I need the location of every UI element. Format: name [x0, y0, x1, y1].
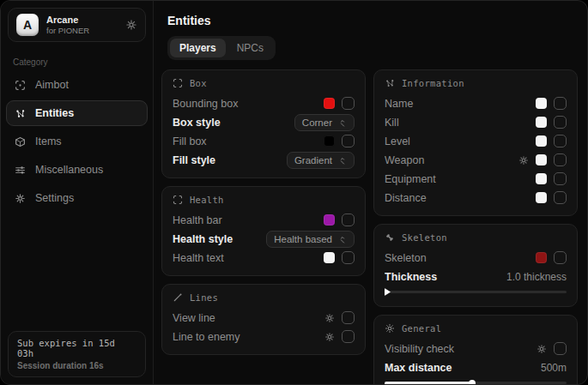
subscription-card: Sub expires in 15d 03h Session duration …: [8, 331, 146, 377]
equipment-color-swatch[interactable]: [536, 173, 547, 184]
line-to-enemy-settings-gear-icon[interactable]: [324, 332, 335, 342]
gear-icon: [15, 193, 27, 204]
fill-box-color-swatch[interactable]: [324, 135, 335, 147]
row-controls: [536, 342, 567, 355]
crosshair-icon: [15, 80, 27, 91]
sidebar-item-items[interactable]: Items: [6, 129, 148, 154]
sidebar-nav: AimbotEntitiesItemsMiscellaneousSettings: [1, 72, 153, 211]
distance-color-swatch[interactable]: [536, 192, 547, 203]
row-bounding-box: Bounding box: [173, 94, 355, 112]
weapon-color-swatch[interactable]: [536, 154, 547, 165]
brand-subtitle: for PIONER: [46, 26, 89, 35]
brand-settings-gear-icon[interactable]: [125, 19, 137, 31]
kill-checkbox[interactable]: [554, 116, 567, 129]
panel-skeleton: SkeletonSkeletonThickness1.0 thickness: [373, 224, 578, 307]
row-weapon: Weapon: [385, 151, 567, 169]
bounding-box-checkbox[interactable]: [342, 97, 355, 110]
slider-fill: [385, 382, 472, 385]
sun-icon: [385, 323, 395, 334]
view-line-settings-gear-icon[interactable]: [324, 313, 335, 323]
fill-box-checkbox[interactable]: [342, 135, 355, 147]
sidebar-item-settings[interactable]: Settings: [6, 185, 148, 211]
row-label: Equipment: [385, 173, 536, 185]
panel-header: Information: [385, 78, 567, 88]
name-color-swatch[interactable]: [536, 98, 547, 109]
corners-icon: [173, 195, 183, 205]
panel-title: Skeleton: [402, 232, 447, 243]
weapon-checkbox[interactable]: [554, 153, 567, 166]
slider-thumb[interactable]: [385, 288, 391, 296]
scatter-icon: [385, 78, 395, 88]
equipment-checkbox[interactable]: [554, 172, 567, 185]
sidebar-item-miscellaneous[interactable]: Miscellaneous: [6, 157, 148, 183]
panel-box: BoxBounding boxBox styleCornerFill boxFi…: [161, 69, 366, 178]
dropdown-value: Corner: [302, 117, 332, 128]
row-controls: [324, 135, 355, 147]
max-distance-slider[interactable]: [385, 379, 567, 384]
health-bar-checkbox[interactable]: [342, 214, 355, 226]
tab-players[interactable]: Players: [170, 39, 226, 57]
row-label: Box style: [173, 117, 294, 129]
thickness-value: 1.0 thickness: [506, 271, 567, 283]
view-line-checkbox[interactable]: [342, 311, 355, 324]
tab-bar: PlayersNPCs: [167, 36, 276, 60]
bounding-box-color-swatch[interactable]: [324, 98, 335, 109]
level-color-swatch[interactable]: [536, 135, 547, 147]
row-label: Max distance: [385, 362, 541, 374]
brand-logo: A: [16, 14, 39, 36]
panel-title: Information: [402, 78, 464, 88]
health-text-checkbox[interactable]: [342, 251, 355, 264]
health-text-color-swatch[interactable]: [324, 252, 335, 263]
row-controls: [536, 135, 567, 147]
visibility-check-checkbox[interactable]: [554, 342, 567, 355]
kill-color-swatch[interactable]: [536, 117, 547, 128]
panel-general: GeneralVisibility checkMax distance500m: [373, 315, 578, 384]
row-controls: [324, 251, 355, 264]
row-controls: [324, 311, 355, 324]
weapon-settings-gear-icon[interactable]: [518, 155, 529, 165]
visibility-check-settings-gear-icon[interactable]: [536, 344, 547, 354]
row-equipment: Equipment: [385, 170, 567, 188]
distance-checkbox[interactable]: [554, 191, 567, 204]
line-to-enemy-checkbox[interactable]: [342, 330, 355, 343]
session-duration-text: Session duration 16s: [17, 361, 136, 370]
corners-icon: [173, 78, 183, 88]
health-bar-color-swatch[interactable]: [324, 214, 335, 226]
sidebar-item-label: Entities: [35, 107, 74, 119]
row-fill-style: Fill styleGradient: [173, 151, 355, 169]
fill-style-dropdown[interactable]: Gradient: [287, 152, 355, 169]
sidebar: A Arcane for PIONER Category AimbotEntit…: [1, 1, 154, 384]
thickness-slider[interactable]: [385, 288, 567, 296]
panel-header: Box: [173, 78, 355, 88]
column-right: InformationNameKillLevelWeaponEquipmentD…: [373, 69, 578, 384]
slider-thumb[interactable]: [469, 380, 476, 385]
skeleton-checkbox[interactable]: [554, 251, 567, 264]
level-checkbox[interactable]: [554, 135, 567, 147]
panel-title: General: [402, 323, 441, 334]
name-checkbox[interactable]: [554, 97, 567, 110]
brand-text: Arcane for PIONER: [46, 15, 89, 35]
box-style-dropdown[interactable]: Corner: [294, 114, 355, 131]
sidebar-item-entities[interactable]: Entities: [6, 100, 148, 126]
row-view-line: View line: [173, 309, 355, 327]
sidebar-item-aimbot[interactable]: Aimbot: [6, 72, 148, 98]
row-controls: [518, 153, 567, 166]
health-style-dropdown[interactable]: Health based: [266, 231, 355, 248]
row-line-to-enemy: Line to enemy: [173, 328, 355, 346]
row-label: Distance: [385, 192, 536, 204]
row-controls: Gradient: [287, 152, 355, 169]
slider-track: [385, 291, 567, 293]
sub-expiry-text: Sub expires in 15d 03h: [17, 338, 136, 358]
category-label: Category: [13, 57, 141, 67]
brand-name: Arcane: [46, 15, 89, 25]
panel-lines: LinesView lineLine to enemy: [161, 284, 366, 355]
row-skeleton: Skeleton: [385, 249, 567, 267]
unfold-icon: [338, 156, 347, 165]
skeleton-color-swatch[interactable]: [536, 252, 547, 263]
sliders-icon: [15, 165, 27, 176]
row-controls: [536, 116, 567, 129]
row-label: Health text: [173, 252, 324, 264]
brand-card: A Arcane for PIONER: [8, 8, 146, 42]
tab-npcs[interactable]: NPCs: [227, 39, 273, 57]
cube-icon: [15, 136, 27, 147]
